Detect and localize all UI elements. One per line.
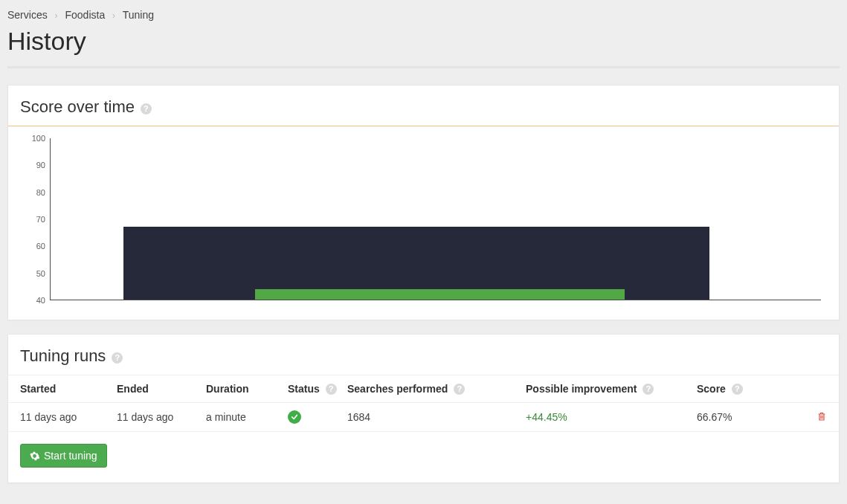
cell-duration: a minute: [206, 411, 288, 423]
help-icon[interactable]: ?: [643, 384, 654, 395]
chevron-right-icon: ›: [112, 10, 115, 21]
col-header-searches: Searches performed: [347, 383, 448, 395]
col-header-duration: Duration: [206, 383, 249, 395]
cell-score: 66.67%: [697, 411, 779, 423]
y-tick-label: 90: [36, 161, 45, 169]
table-row[interactable]: 11 days ago 11 days ago a minute 1684 +4…: [8, 403, 839, 432]
col-header-started: Started: [20, 383, 56, 395]
start-tuning-button[interactable]: Start tuning: [20, 444, 107, 468]
col-header-improvement: Possible improvement: [526, 383, 637, 395]
panel-title-score: Score over time: [20, 97, 135, 117]
cell-status: [288, 410, 347, 424]
panel-title-runs: Tuning runs: [20, 346, 106, 366]
cell-improvement: +44.45%: [526, 411, 567, 423]
chart-bar-baseline: [255, 289, 625, 300]
gear-icon: [30, 451, 39, 461]
panel-tuning-runs: Tuning runs ? Started Ended Duration Sta…: [7, 334, 840, 483]
col-header-status: Status: [288, 383, 320, 395]
cell-ended: 11 days ago: [117, 411, 206, 423]
y-tick-label: 60: [36, 242, 45, 251]
cell-started: 11 days ago: [20, 411, 117, 423]
page-title: History: [7, 27, 840, 56]
trash-icon[interactable]: [817, 411, 827, 421]
chevron-right-icon: ›: [55, 10, 58, 21]
help-icon[interactable]: ?: [732, 384, 743, 395]
y-tick-label: 80: [36, 188, 45, 197]
help-icon[interactable]: ?: [326, 384, 337, 395]
breadcrumb-tuning[interactable]: Tuning: [123, 9, 154, 21]
title-divider: [7, 66, 840, 68]
help-icon[interactable]: ?: [454, 384, 465, 395]
help-icon[interactable]: ?: [112, 352, 123, 364]
score-chart: 405060708090100: [20, 134, 827, 305]
y-tick-label: 50: [36, 269, 45, 278]
col-header-score: Score: [697, 383, 726, 395]
breadcrumb-services[interactable]: Services: [7, 9, 48, 21]
panel-score-over-time: Score over time ? 405060708090100: [7, 85, 840, 320]
breadcrumb-foodista[interactable]: Foodista: [65, 9, 105, 21]
check-circle-icon: [288, 410, 301, 424]
y-tick-label: 70: [36, 215, 45, 224]
y-tick-label: 40: [36, 296, 45, 305]
start-tuning-label: Start tuning: [44, 450, 97, 462]
cell-searches: 1684: [347, 411, 526, 423]
breadcrumb: Services › Foodista › Tuning: [7, 7, 840, 25]
table-header: Started Ended Duration Status ? Searches…: [8, 375, 839, 403]
y-tick-label: 100: [32, 134, 45, 143]
col-header-ended: Ended: [117, 383, 149, 395]
help-icon[interactable]: ?: [141, 103, 152, 114]
